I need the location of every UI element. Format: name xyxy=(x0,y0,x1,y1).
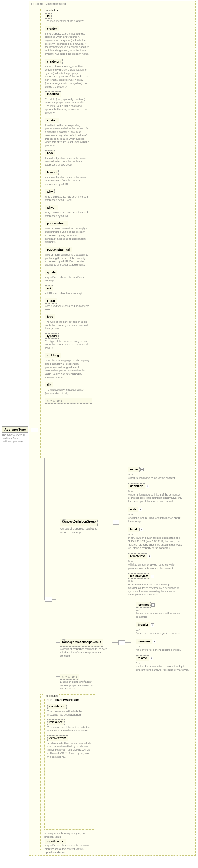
attr-desc: One or many constraints that apply to pu… xyxy=(45,227,90,244)
cdg-children: name+0..∞A natural language name for the… xyxy=(128,467,192,600)
element-desc: An identifier of a more specific concept… xyxy=(136,649,191,652)
significance-desc: A qualifier which indicates the expected… xyxy=(45,844,91,854)
attr-dir: dir xyxy=(45,382,53,388)
root-type-node: AudienceType xyxy=(2,426,28,433)
expand-icon[interactable]: + xyxy=(151,623,154,627)
element-desc: A natural language name for the concept. xyxy=(128,476,183,480)
expand-icon[interactable]: + xyxy=(140,468,144,471)
compositor-dots: ⋯ xyxy=(33,429,36,432)
cardinality: 0..∞ xyxy=(128,560,192,563)
expand-icon[interactable]: + xyxy=(150,656,153,660)
attr-desc: Indicates by which means the value was e… xyxy=(45,176,90,186)
expand-icon[interactable]: + xyxy=(139,508,142,512)
any-other-attr: any ##other xyxy=(45,398,92,404)
cardinality: 0..∞ xyxy=(128,513,192,516)
expand-icon[interactable]: + xyxy=(148,555,151,558)
element-sameAs: sameAs xyxy=(136,602,151,608)
element-desc: Represents the position of a concept in … xyxy=(128,583,183,597)
attributes-header: □ attributes xyxy=(43,9,59,12)
attr-desc: The date (and, optionally, the time) whe… xyxy=(45,98,90,114)
attributes-header-2: □ attributes xyxy=(43,694,59,698)
qa-attr-derivedfrom: derivedfrom xyxy=(47,736,68,741)
element-definition: definition xyxy=(128,484,145,489)
attr-why: why xyxy=(45,189,55,194)
attr-desc: Indicates by which means the value was e… xyxy=(45,157,90,167)
attr-desc: The local identifier of the property. xyxy=(45,20,90,23)
cardinality: 0..∞ xyxy=(128,473,192,476)
attr-uri: uri xyxy=(45,285,53,291)
element-desc: In NAR 1.8 and later, facet is deprecate… xyxy=(128,536,183,550)
attr-how: how xyxy=(45,150,55,156)
attribute-list: idThe local identifier of the property.c… xyxy=(45,13,92,404)
group-badge: □ grp xyxy=(60,639,65,641)
expand-icon[interactable]: + xyxy=(151,603,155,607)
sequence-compositor-icon xyxy=(113,520,119,525)
element-name: name xyxy=(128,467,140,472)
qa-attr-desc: The confidence with which the metadata h… xyxy=(47,710,92,716)
element-related: related xyxy=(136,655,149,661)
element-desc: An identifier of a concept with equivale… xyxy=(136,612,191,619)
attr-desc: Why the metadata has been included - exp… xyxy=(45,195,90,202)
attr-desc: The directionality of textual content (e… xyxy=(45,388,90,395)
attr-desc: A qualified code which identifies a conc… xyxy=(45,276,90,283)
element-note: note xyxy=(128,507,138,512)
element-narrower: narrower xyxy=(136,639,152,644)
cardinality: 0..∞ xyxy=(136,645,193,648)
crg-desc: A group of properties required to indica… xyxy=(60,648,109,658)
attr-desc: If the property value is not defined, sp… xyxy=(45,32,90,56)
attr-desc: One or many constraints that apply to pu… xyxy=(45,253,90,267)
attr-modified: modified xyxy=(45,91,61,97)
element-broader: broader xyxy=(136,622,150,627)
element-desc: An identifier of a more generic concept. xyxy=(136,632,191,635)
cardinality: 0..∞ xyxy=(136,609,193,611)
diagram-canvas: AudienceType The type to cover all quali… xyxy=(0,0,198,868)
attr-xml:lang: xml:lang xyxy=(45,352,61,358)
qa-name: quantifyAttributes xyxy=(54,698,80,702)
attr-qcode: qcode xyxy=(45,270,57,275)
attr-howuri: howuri xyxy=(45,170,59,175)
attr-typeuri: typeuri xyxy=(45,333,59,339)
expand-icon[interactable]: + xyxy=(153,640,156,643)
concept-definition-group: ConceptDefinitionGroup xyxy=(60,519,97,526)
attr-creator: creator xyxy=(45,26,59,31)
cardinality: 0..∞ xyxy=(128,533,192,536)
attr-pubconstraint: pubconstraint xyxy=(45,221,68,226)
qa-desc: A group of attributes quantifying the pr… xyxy=(45,832,92,839)
element-desc: A natural language definition of the sem… xyxy=(128,493,183,503)
expand-icon[interactable]: + xyxy=(146,485,149,488)
attr-custom: custom xyxy=(45,118,59,123)
qa-attr-relevance: relevance xyxy=(47,719,65,725)
element-desc: A link to an item or a web resource whic… xyxy=(128,563,183,570)
cardinality: 0..∞ xyxy=(128,580,192,583)
any-other-node: any ##other xyxy=(60,674,79,680)
attr-desc: Why the metadata has been included - exp… xyxy=(45,211,90,218)
extension-label: Flex1PropType (extension) xyxy=(31,2,66,5)
cdg-desc: A group of properties required to define… xyxy=(60,527,105,534)
element-facet: facet xyxy=(128,527,139,532)
cardinality: 0..∞ xyxy=(136,628,193,631)
crg-children: sameAs+0..∞An identifier of a concept wi… xyxy=(136,602,193,675)
attr-type: type xyxy=(45,314,55,319)
attr-desc: The type of the concept assigned as cont… xyxy=(45,340,90,350)
sequence-compositor-icon xyxy=(45,597,52,601)
attr-desc: A free-text value assigned as property v… xyxy=(45,305,90,311)
qa-attr-desc: The relevance of the metadata to the new… xyxy=(47,726,92,732)
element-desc: A related concept, where the relationshi… xyxy=(136,665,191,672)
expand-icon[interactable]: + xyxy=(151,575,154,578)
attr-creatoruri: creatoruri xyxy=(45,59,63,64)
attr-desc: If the attribute is empty, specifies whi… xyxy=(45,65,90,89)
qa-children: confidenceThe confidence with which the … xyxy=(47,704,92,762)
concept-relationships-group: ConceptRelationshipsGroup xyxy=(60,639,103,647)
attr-pubconstrainturi: pubconstrainturi xyxy=(45,247,72,252)
attr-desc: If set to true the corresponding propert… xyxy=(45,124,90,148)
attr-desc: A URI which identifies a concept. xyxy=(45,292,90,295)
expand-icon[interactable]: + xyxy=(139,528,143,531)
group-badge: □ grp xyxy=(60,518,65,521)
group-badge: □ grp xyxy=(46,698,52,701)
qa-attr-confidence: confidence xyxy=(47,704,67,709)
qa-attr-desc: A reference to the concept from which th… xyxy=(47,742,92,758)
cardinality: 0..∞ xyxy=(136,662,193,664)
element-remoteInfo: remoteInfo xyxy=(128,553,147,559)
any-desc: Extension point for provider-defined pro… xyxy=(60,680,101,690)
attr-literal: literal xyxy=(45,298,57,304)
